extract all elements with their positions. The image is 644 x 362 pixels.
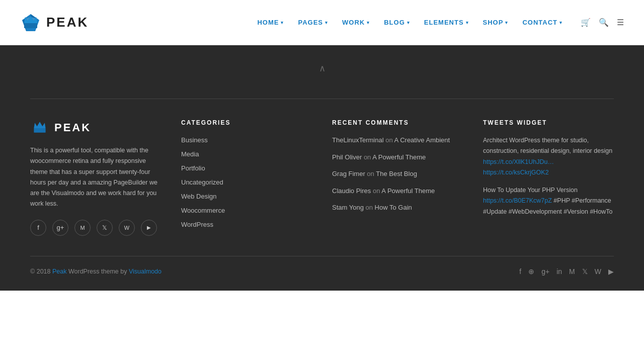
footer-bottom: © 2018 Peak WordPress theme by Visualmod…: [30, 256, 614, 276]
list-item[interactable]: Business: [181, 135, 312, 144]
list-item[interactable]: Woocommerce: [181, 206, 312, 215]
tweet-2: How To Update Your PHP Version https://t…: [483, 185, 614, 217]
comment-item: Grag Fimer on The Best Blog: [332, 169, 463, 179]
nav-pages[interactable]: PAGES ▾: [298, 19, 328, 26]
svg-marker-5: [24, 16, 37, 23]
bottom-github-icon[interactable]: ⊕: [528, 267, 534, 276]
bottom-youtube-icon[interactable]: ▶: [608, 267, 614, 276]
blog-chevron-icon: ▾: [407, 20, 410, 25]
author-link[interactable]: Visualmodo: [129, 268, 162, 275]
comment-item: Claudio Pires on A Powerful Theme: [332, 186, 463, 196]
logo-text: PEAK: [46, 15, 89, 30]
bottom-wordpress-icon[interactable]: W: [595, 267, 601, 276]
footer-categories-col: CATEGORIES Business Media Portfolio Unca…: [181, 119, 312, 236]
tweets-title: TWEETS WIDGET: [483, 119, 614, 126]
nav-home[interactable]: HOME ▾: [257, 19, 284, 26]
svg-rect-6: [24, 23, 37, 28]
cart-icon[interactable]: 🛒: [581, 18, 591, 27]
footer-comments-col: RECENT COMMENTS TheLinuxTerminal on A Cr…: [332, 119, 463, 236]
nav-blog[interactable]: BLOG ▾: [384, 19, 410, 26]
nav-work[interactable]: WORK ▾: [342, 19, 370, 26]
elements-chevron-icon: ▾: [466, 20, 469, 25]
pages-chevron-icon: ▾: [325, 20, 328, 25]
categories-title: CATEGORIES: [181, 119, 312, 126]
comment-item: Phil Oliver on A Powerful Theme: [332, 152, 463, 162]
social-facebook-icon[interactable]: f: [30, 220, 46, 236]
social-medium-icon[interactable]: M: [74, 220, 91, 236]
comment-item: Stam Yong on How To Gain: [332, 203, 463, 213]
header: PEAK HOME ▾ PAGES ▾ WORK ▾ BLOG ▾ ELEMEN…: [0, 0, 644, 45]
home-chevron-icon: ▾: [281, 20, 284, 25]
list-item[interactable]: WordPress: [181, 220, 312, 229]
list-item[interactable]: Media: [181, 149, 312, 158]
comment-item: TheLinuxTerminal on A Creative Ambient: [332, 135, 463, 145]
tweet-1: Architect WordPress theme for studio, co…: [483, 135, 614, 178]
nav-contact[interactable]: CONTACT ▾: [522, 19, 562, 26]
footer-columns: PEAK This is a powerful tool, compatible…: [30, 99, 614, 236]
footer-logo[interactable]: PEAK: [30, 119, 161, 136]
shop-chevron-icon: ▾: [505, 20, 508, 25]
social-youtube-icon[interactable]: ▶: [141, 220, 157, 236]
main-nav: HOME ▾ PAGES ▾ WORK ▾ BLOG ▾ ELEMENTS ▾ …: [257, 18, 624, 27]
work-chevron-icon: ▾: [367, 20, 370, 25]
search-icon[interactable]: 🔍: [599, 18, 609, 27]
footer: PEAK This is a powerful tool, compatible…: [0, 78, 644, 291]
contact-chevron-icon: ▾: [559, 20, 562, 25]
nav-utility-icons: 🛒 🔍 ☰: [581, 18, 624, 27]
back-to-top-section: ∧: [0, 48, 644, 78]
footer-social-icons: f g+ M 𝕏 W ▶: [30, 220, 161, 236]
footer-logo-text: PEAK: [54, 121, 91, 134]
recent-comments-title: RECENT COMMENTS: [332, 119, 463, 126]
bottom-googleplus-icon[interactable]: g+: [541, 267, 549, 276]
list-item[interactable]: Portfolio: [181, 163, 312, 172]
social-googleplus-icon[interactable]: g+: [52, 220, 68, 236]
nav-elements[interactable]: ELEMENTS ▾: [424, 19, 469, 26]
list-item[interactable]: Web Design: [181, 192, 312, 201]
bottom-medium-icon[interactable]: M: [569, 267, 575, 276]
footer-bottom-social-icons: f ⊕ g+ in M 𝕏 W ▶: [519, 267, 614, 276]
bottom-twitter-icon[interactable]: 𝕏: [582, 267, 588, 276]
footer-about-col: PEAK This is a powerful tool, compatible…: [30, 119, 161, 236]
back-to-top-button[interactable]: ∧: [319, 63, 326, 74]
list-item[interactable]: Uncategorized: [181, 177, 312, 187]
svg-marker-7: [34, 122, 45, 128]
social-wordpress-icon[interactable]: W: [119, 220, 135, 236]
nav-shop[interactable]: SHOP ▾: [483, 19, 509, 26]
copyright: © 2018 Peak WordPress theme by Visualmod…: [30, 268, 162, 275]
brand-link[interactable]: Peak: [52, 268, 67, 275]
footer-tweets-col: TWEETS WIDGET Architect WordPress theme …: [483, 119, 614, 236]
bottom-facebook-icon[interactable]: f: [519, 267, 521, 276]
logo-icon: [20, 13, 41, 32]
bottom-linkedin-icon[interactable]: in: [556, 267, 562, 276]
logo[interactable]: PEAK: [20, 13, 89, 32]
social-twitter-icon[interactable]: 𝕏: [97, 220, 113, 236]
menu-icon[interactable]: ☰: [617, 18, 624, 27]
categories-list: Business Media Portfolio Uncategorized W…: [181, 135, 312, 229]
svg-rect-8: [34, 128, 45, 133]
footer-logo-icon: [30, 119, 49, 136]
footer-description: This is a powerful tool, compatible with…: [30, 145, 161, 210]
